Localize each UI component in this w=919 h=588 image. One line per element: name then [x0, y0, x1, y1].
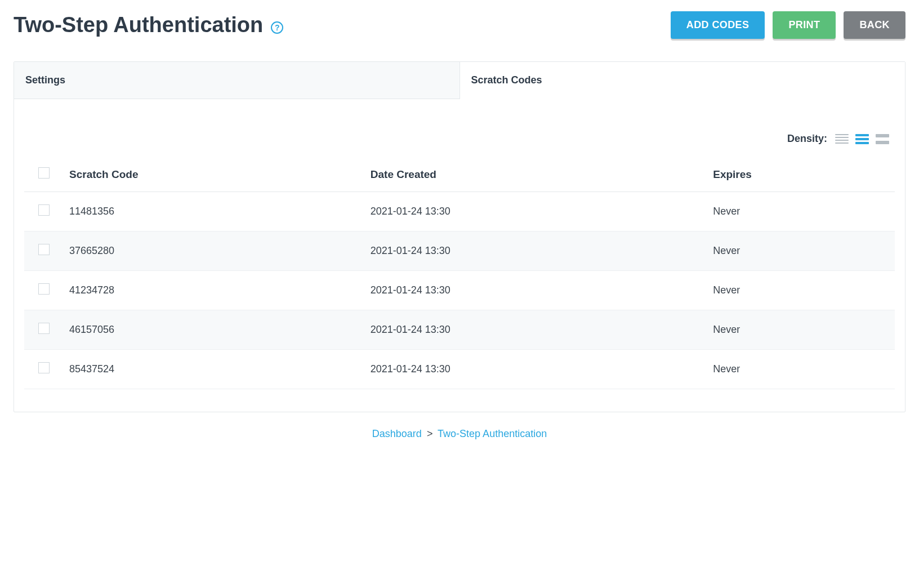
panel: Settings Scratch Codes Density: Scratch … — [14, 61, 905, 412]
cell-expires: Never — [707, 271, 895, 310]
page-title: Two-Step Authentication — [14, 13, 263, 37]
table-row: 114813562021-01-24 13:30Never — [24, 192, 895, 231]
tab-scratch-codes[interactable]: Scratch Codes — [460, 62, 905, 99]
breadcrumb-dashboard[interactable]: Dashboard — [372, 428, 422, 439]
table-row: 376652802021-01-24 13:30Never — [24, 231, 895, 271]
add-codes-button[interactable]: ADD CODES — [671, 11, 765, 39]
table-row: 854375242021-01-24 13:30Never — [24, 350, 895, 389]
column-header-expires[interactable]: Expires — [707, 158, 895, 192]
breadcrumb-separator: > — [427, 428, 433, 439]
cell-date-created: 2021-01-24 13:30 — [365, 192, 707, 231]
cell-expires: Never — [707, 192, 895, 231]
tab-settings[interactable]: Settings — [14, 62, 460, 99]
cell-expires: Never — [707, 310, 895, 350]
cell-date-created: 2021-01-24 13:30 — [365, 350, 707, 389]
cell-scratch-code: 41234728 — [64, 271, 365, 310]
row-checkbox[interactable] — [38, 362, 50, 373]
help-icon[interactable]: ? — [271, 21, 283, 34]
cell-expires: Never — [707, 350, 895, 389]
row-checkbox[interactable] — [38, 204, 50, 216]
action-buttons: ADD CODES PRINT BACK — [671, 11, 905, 39]
row-checkbox[interactable] — [38, 244, 50, 255]
cell-expires: Never — [707, 231, 895, 271]
cell-date-created: 2021-01-24 13:30 — [365, 310, 707, 350]
print-button[interactable]: PRINT — [773, 11, 836, 39]
breadcrumb-current[interactable]: Two-Step Authentication — [438, 428, 547, 439]
scratch-codes-table: Scratch Code Date Created Expires 114813… — [24, 158, 895, 389]
cell-scratch-code: 37665280 — [64, 231, 365, 271]
breadcrumb: Dashboard > Two-Step Authentication — [14, 428, 905, 440]
density-compact-icon[interactable] — [835, 134, 849, 144]
back-button[interactable]: BACK — [844, 11, 905, 39]
row-checkbox[interactable] — [38, 323, 50, 334]
cell-scratch-code: 85437524 — [64, 350, 365, 389]
cell-date-created: 2021-01-24 13:30 — [365, 271, 707, 310]
select-all-checkbox[interactable] — [38, 167, 50, 179]
cell-date-created: 2021-01-24 13:30 — [365, 231, 707, 271]
column-header-date[interactable]: Date Created — [365, 158, 707, 192]
table-row: 461570562021-01-24 13:30Never — [24, 310, 895, 350]
cell-scratch-code: 11481356 — [64, 192, 365, 231]
column-header-code[interactable]: Scratch Code — [64, 158, 365, 192]
cell-scratch-code: 46157056 — [64, 310, 365, 350]
density-comfy-icon[interactable] — [876, 134, 889, 144]
table-row: 412347282021-01-24 13:30Never — [24, 271, 895, 310]
row-checkbox[interactable] — [38, 283, 50, 295]
density-normal-icon[interactable] — [855, 134, 869, 144]
density-label: Density: — [787, 133, 827, 145]
